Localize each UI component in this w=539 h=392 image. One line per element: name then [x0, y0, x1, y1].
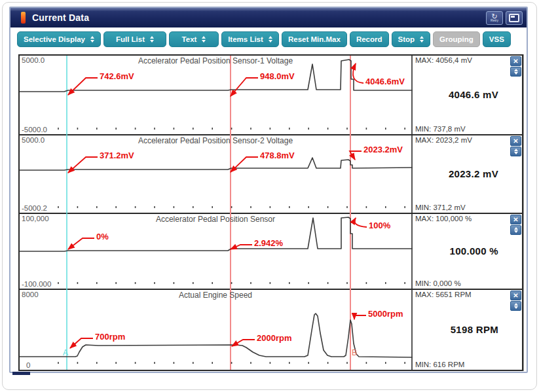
close-chart-button[interactable]: ✕ [510, 56, 521, 66]
y-max-label: 100,000 [22, 215, 49, 223]
min-value-label: MIN: 737,8 mV [413, 125, 522, 134]
toolbar-button-reset-min-max[interactable]: Reset Min.Max [282, 31, 347, 47]
dropdown-spinner-icon [202, 36, 206, 43]
waveform-svg [20, 56, 413, 135]
value-panel-engine-speed: MAX: 5651 RPM 5198 RPM MIN: 616 RPM ✕ [413, 290, 522, 370]
chart-plot-sensor1[interactable]: 5000.0 Accelerator Pedal Position Sensor… [20, 56, 413, 134]
toolbar-button-label: Selective Display [24, 35, 85, 43]
y-min-label: -5000.2 [22, 204, 47, 212]
value-panel-pedal-percent: MAX: 100,000 % 100.000 % MIN: 0,000 % ✕ [413, 214, 522, 289]
annotation-arrow [353, 63, 363, 83]
annotation-label: 478.8mV [260, 151, 295, 160]
annotation-label: 948.0mV [260, 71, 295, 81]
current-value: 4046.6 mV [449, 89, 498, 100]
toolbar-button-label: Record [356, 35, 382, 43]
annotation-arrow [68, 238, 94, 249]
current-value: 2023.2 mV [449, 168, 498, 179]
max-value-label: MAX: 100,000 % [413, 214, 522, 223]
toolbar-button-record[interactable]: Record [350, 31, 389, 47]
reorder-chart-button[interactable] [510, 67, 521, 77]
dropdown-spinner-icon [269, 36, 272, 43]
annotation-arrow [231, 157, 258, 172]
app-icon [21, 12, 26, 24]
window-title: Current Data [32, 12, 89, 23]
dropdown-spinner-icon [150, 36, 154, 43]
value-panel-sensor2: MAX: 2023,2 mV 2023.2 mV MIN: 371,2 mV ✕ [413, 135, 522, 213]
min-value-label: MIN: 616 RPM [413, 361, 522, 370]
annotation-label: 4046.6mV [365, 77, 405, 86]
toolbar-button-label: Items List [228, 35, 263, 43]
chart-plot-sensor2[interactable]: 5000.0 Accelerator Pedal Position Sensor… [20, 135, 413, 213]
reorder-chart-button[interactable] [510, 147, 521, 156]
max-value-label: MAX: 5651 RPM [413, 290, 522, 298]
retry-button[interactable]: ↻ Retry [486, 11, 503, 25]
titlebar: Current Data ↻ Retry [10, 8, 527, 27]
y-min-label: -100.000 [22, 280, 51, 288]
toolbar-button-label: Text [182, 35, 197, 43]
window-corner-decoration [12, 372, 30, 375]
annotation-label: 742.6mV [100, 71, 134, 81]
y-max-label: 5000.0 [22, 56, 45, 64]
toolbar-button-full-list[interactable]: Full List [103, 31, 166, 47]
toolbar-button-grouping[interactable]: Grouping [433, 31, 480, 47]
annotation-arrow [354, 315, 366, 319]
waveform-svg: AB [20, 290, 413, 370]
window-restore-button[interactable] [506, 11, 523, 25]
chart-plot-pedal-percent[interactable]: 100,000 Accelerator Pedal Position Senso… [20, 214, 413, 289]
annotation-arrow [68, 157, 98, 173]
toolbar-button-stop[interactable]: Stop [392, 31, 431, 47]
dropdown-spinner-icon [90, 36, 94, 43]
annotation-label: 700rpm [95, 332, 125, 342]
window-footer [10, 371, 527, 376]
chart-band-sensor1: 5000.0 Accelerator Pedal Position Sensor… [20, 56, 522, 135]
toolbar: Selective DisplayFull ListTextItems List… [10, 27, 527, 50]
waveform-svg [20, 135, 413, 214]
annotation-arrow [350, 151, 362, 160]
y-min-label: 0 [26, 361, 30, 369]
chart-title: Accelerator Pedal Position Sensor-1 Volt… [20, 56, 411, 65]
waveform-svg [20, 214, 413, 290]
chart-title: Accelerator Pedal Position Sensor-2 Volt… [20, 136, 411, 145]
restore-icon [509, 14, 519, 22]
annotation-label: 371.2mV [100, 151, 134, 160]
reorder-chart-button[interactable] [510, 225, 521, 235]
scrollbar-track[interactable] [523, 54, 524, 371]
chart-title: Accelerator Pedal Position Sensor [20, 215, 411, 224]
min-value-label: MIN: 371,2 mV [413, 204, 522, 213]
annotation-arrow [70, 338, 93, 348]
y-max-label: 5000.0 [22, 136, 45, 144]
close-chart-button[interactable]: ✕ [510, 215, 521, 224]
dropdown-spinner-icon [420, 36, 424, 43]
annotation-label: 5000rpm [368, 309, 403, 319]
toolbar-button-label: Full List [116, 35, 145, 43]
close-chart-button[interactable]: ✕ [510, 136, 521, 146]
annotation-label: 100% [369, 221, 390, 230]
chart-plot-engine-speed[interactable]: 8000 Actual Engine Speed 0 AB 700rpm2000… [20, 290, 413, 370]
annotation-arrow [231, 78, 258, 96]
toolbar-button-text[interactable]: Text [169, 31, 219, 47]
annotation-arrow [68, 78, 98, 95]
current-data-window: Current Data ↻ Retry Selective DisplayFu… [9, 7, 528, 373]
toolbar-button-label: Grouping [439, 35, 474, 43]
toolbar-button-items-list[interactable]: Items List [221, 31, 279, 47]
close-chart-button[interactable]: ✕ [510, 291, 521, 300]
toolbar-button-vss[interactable]: VSS [483, 31, 511, 47]
annotation-label: 2023.2mV [363, 145, 403, 154]
chart-title: Actual Engine Speed [20, 291, 411, 300]
toolbar-button-label: VSS [489, 35, 504, 43]
value-panel-sensor1: MAX: 4056,4 mV 4046.6 mV MIN: 737,8 mV ✕ [413, 56, 522, 134]
y-min-label: -5000.0 [22, 126, 47, 134]
max-value-label: MAX: 4056,4 mV [413, 56, 522, 64]
toolbar-button-label: Stop [398, 35, 415, 43]
toolbar-button-selective-display[interactable]: Selective Display [17, 31, 101, 47]
cursor-letter-a: A [63, 348, 68, 357]
y-max-label: 8000 [22, 291, 39, 298]
chart-bands: 5000.0 Accelerator Pedal Position Sensor… [18, 54, 523, 371]
chart-band-pedal-percent: 100,000 Accelerator Pedal Position Senso… [20, 214, 522, 290]
annotation-label: 2.942% [254, 238, 283, 248]
annotation-label: 2000rpm [257, 333, 291, 343]
reorder-chart-button[interactable] [510, 301, 521, 311]
cursor-letter-b: B [352, 348, 357, 357]
screenshot-stage: Current Data ↻ Retry Selective DisplayFu… [0, 0, 539, 392]
chart-band-engine-speed: 8000 Actual Engine Speed 0 AB 700rpm2000… [20, 290, 522, 370]
